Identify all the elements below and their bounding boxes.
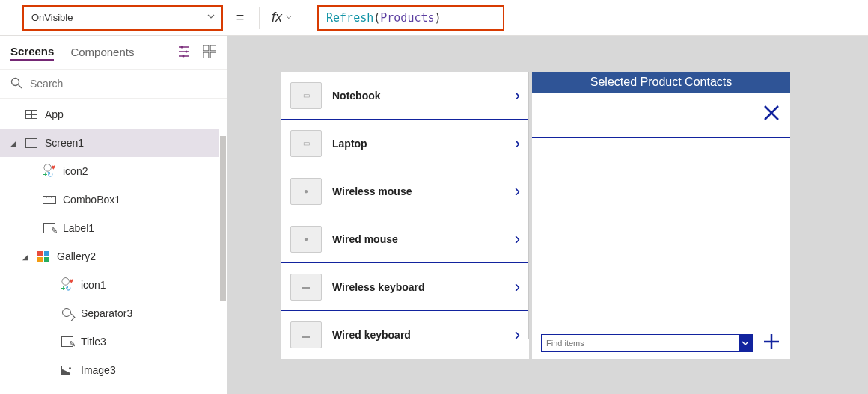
gallery-control[interactable]: ▭ Notebook › ▭ Laptop › ● Wireless mouse… — [281, 72, 529, 359]
gallery-item-title: Wired keyboard — [332, 329, 504, 341]
tree-screen1[interactable]: ◢ Screen1 — [0, 129, 227, 157]
add-icon[interactable] — [762, 332, 781, 355]
equals-sign: = — [233, 10, 247, 25]
formula-token-paren: ) — [435, 11, 441, 25]
separator — [305, 7, 305, 29]
details-body — [532, 138, 790, 327]
separator-icon — [60, 308, 75, 318]
filter-icon[interactable] — [179, 45, 192, 61]
tree-label: Screen1 — [45, 137, 84, 149]
chevron-down-icon — [207, 12, 216, 23]
gallery-item-title: Laptop — [332, 138, 504, 150]
tree-label1[interactable]: Label1 — [0, 214, 227, 242]
close-icon[interactable] — [762, 102, 781, 128]
tree-search[interactable] — [0, 69, 227, 99]
gallery-item[interactable]: ● Wireless mouse › — [281, 167, 529, 215]
tree-label: Image3 — [81, 364, 116, 376]
property-selector-value: OnVisible — [31, 12, 73, 23]
tree-icon1[interactable]: ◯♥+↻ icon1 — [0, 271, 227, 299]
design-canvas[interactable]: ▭ Notebook › ▭ Laptop › ● Wireless mouse… — [227, 36, 868, 394]
details-panel-header: Selected Product Contacts — [532, 72, 790, 93]
gallery-item[interactable]: ▭ Notebook › — [281, 72, 529, 120]
svg-point-2 — [183, 55, 185, 57]
chevron-right-icon[interactable]: › — [515, 182, 520, 201]
gallery-item-title: Wireless keyboard — [332, 281, 504, 293]
gallery-item[interactable]: ● Wired mouse › — [281, 215, 529, 263]
svg-rect-9 — [26, 138, 37, 147]
product-thumbnail: ▬ — [290, 274, 322, 301]
svg-rect-3 — [203, 45, 209, 51]
tab-components[interactable]: Components — [70, 46, 134, 60]
formula-input[interactable]: Refresh( Products ) — [317, 5, 504, 31]
chevron-right-icon[interactable]: › — [515, 230, 520, 249]
icon-control-icon: ◯♥+↻ — [60, 277, 75, 292]
svg-rect-4 — [210, 45, 216, 51]
gallery-icon — [36, 251, 51, 262]
details-panel: Selected Product Contacts — [532, 72, 790, 359]
chevron-down-icon — [285, 13, 293, 22]
chevron-right-icon[interactable]: › — [515, 134, 520, 153]
formula-token-datasource: Products — [380, 11, 434, 25]
combobox-icon — [42, 196, 57, 204]
product-thumbnail: ▭ — [290, 82, 322, 109]
product-thumbnail: ▬ — [290, 321, 322, 348]
property-selector[interactable]: OnVisible — [22, 5, 223, 31]
find-items-combobox[interactable] — [541, 334, 753, 352]
gallery-item[interactable]: ▭ Laptop › — [281, 120, 529, 167]
tree-label: Label1 — [63, 222, 94, 234]
fx-label: fx — [272, 10, 282, 25]
tree-gallery2[interactable]: ◢ Gallery2 — [0, 242, 227, 271]
tree-scrollbar[interactable] — [219, 99, 227, 394]
tree-title3[interactable]: Title3 — [0, 327, 227, 356]
tab-screens[interactable]: Screens — [10, 45, 54, 61]
tree-caret-expanded[interactable]: ◢ — [10, 139, 18, 147]
tree-label: App — [45, 108, 64, 120]
product-thumbnail: ● — [290, 226, 322, 253]
tree-label: Separator3 — [81, 307, 132, 319]
tree-label: icon2 — [63, 165, 88, 177]
combobox-input[interactable] — [546, 339, 739, 348]
tree-app[interactable]: App — [0, 100, 227, 129]
svg-point-0 — [181, 46, 183, 48]
svg-line-8 — [19, 84, 22, 88]
chevron-right-icon[interactable]: › — [515, 325, 520, 345]
chevron-right-icon[interactable]: › — [515, 86, 520, 105]
grid-view-icon[interactable] — [203, 45, 216, 61]
tree-label: Gallery2 — [57, 250, 96, 262]
tree-combobox1[interactable]: ComboBox1 — [0, 185, 227, 214]
formula-toolbar: OnVisible = fx Refresh( Products ) — [0, 0, 868, 36]
app-frame: ▭ Notebook › ▭ Laptop › ● Wireless mouse… — [281, 72, 790, 359]
chevron-right-icon[interactable]: › — [515, 277, 520, 297]
gallery-scrollbar[interactable] — [528, 72, 529, 339]
formula-token-paren: ( — [373, 11, 380, 25]
svg-rect-5 — [203, 52, 209, 58]
tree-separator3[interactable]: Separator3 — [0, 299, 227, 327]
search-input[interactable] — [30, 78, 216, 90]
label-icon — [42, 223, 57, 233]
screen-icon — [24, 138, 39, 148]
gallery-item-title: Notebook — [332, 90, 504, 102]
product-thumbnail: ▭ — [290, 130, 322, 157]
image-icon — [60, 366, 75, 375]
svg-rect-6 — [210, 52, 216, 58]
svg-point-1 — [186, 50, 188, 52]
tree-label: Title3 — [81, 336, 106, 348]
svg-point-7 — [12, 78, 19, 85]
formula-token-function: Refresh — [326, 11, 373, 25]
gallery-item[interactable]: ▬ Wireless keyboard › — [281, 263, 529, 311]
tree-icon2[interactable]: ◯♥+↻ icon2 — [0, 157, 227, 185]
tree-image3[interactable]: Image3 — [0, 356, 227, 384]
tree-view-panel: Screens Components App — [0, 36, 227, 394]
screen-icon — [24, 110, 39, 119]
tree-label: ComboBox1 — [63, 194, 120, 206]
chevron-down-icon[interactable] — [739, 335, 752, 351]
control-tree: App ◢ Screen1 ◯♥+↻ icon2 ComboBox1 — [0, 99, 227, 394]
gallery-item[interactable]: ▬ Wired keyboard › — [281, 311, 529, 359]
gallery-item-title: Wireless mouse — [332, 185, 504, 197]
icon-control-icon: ◯♥+↻ — [42, 164, 57, 179]
tree-label: icon1 — [81, 279, 106, 291]
tree-caret-expanded[interactable]: ◢ — [22, 253, 30, 261]
search-icon — [10, 77, 22, 91]
fx-button[interactable]: fx — [272, 10, 293, 25]
scrollbar-thumb[interactable] — [220, 136, 226, 301]
